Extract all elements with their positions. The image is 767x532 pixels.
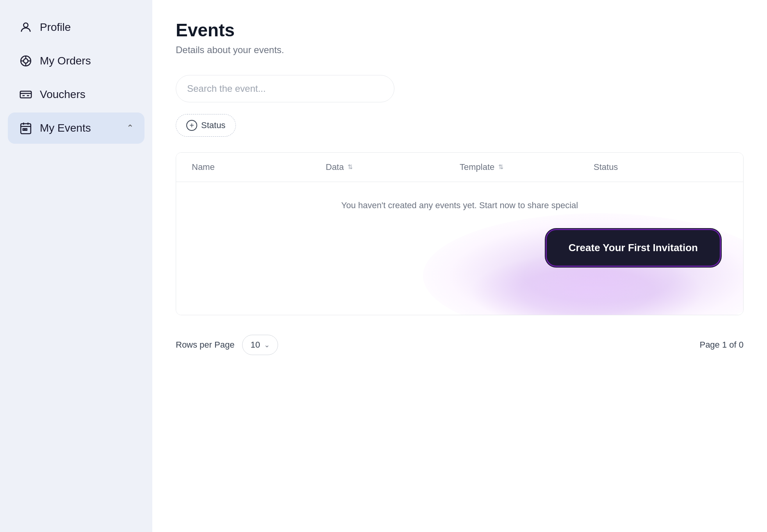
table-header: Name Data ⇅ Template ⇅ Status	[176, 153, 743, 182]
chevron-down-icon: ⌄	[264, 341, 270, 349]
svg-rect-16	[25, 129, 27, 130]
column-name: Name	[192, 162, 326, 172]
sidebar-vouchers-label: Vouchers	[40, 88, 134, 101]
svg-rect-15	[23, 129, 25, 130]
sort-data-icon: ⇅	[348, 164, 353, 170]
filter-container: + Status	[176, 114, 744, 137]
page-title: Events	[176, 20, 744, 41]
events-icon	[19, 121, 33, 135]
page-subtitle: Details about your events.	[176, 45, 744, 55]
page-info: Page 1 of 0	[699, 340, 744, 350]
sidebar-orders-label: My Orders	[40, 55, 134, 67]
sidebar: Profile My Orders Vouchers	[0, 0, 152, 532]
sidebar-profile-label: Profile	[40, 21, 134, 34]
search-container	[176, 75, 744, 102]
chevron-up-icon: ⌃	[127, 123, 134, 133]
create-invitation-button[interactable]: Create Your First Invitation	[547, 230, 720, 266]
sidebar-item-events[interactable]: My Events ⌃	[8, 112, 144, 144]
sidebar-events-label: My Events	[40, 122, 120, 134]
rows-per-page-select[interactable]: 10 ⌄	[242, 335, 278, 355]
sidebar-item-vouchers[interactable]: Vouchers	[8, 79, 144, 110]
sidebar-item-orders[interactable]: My Orders	[8, 45, 144, 77]
search-input[interactable]	[176, 75, 394, 102]
profile-icon	[19, 20, 33, 34]
column-status: Status	[594, 162, 728, 172]
vouchers-icon	[19, 87, 33, 102]
svg-rect-7	[20, 91, 31, 98]
svg-point-2	[23, 59, 28, 63]
table-body: You haven't created any events yet. Star…	[176, 182, 743, 315]
svg-point-0	[23, 23, 28, 27]
rows-per-page-value: 10	[250, 340, 260, 350]
events-table: Name Data ⇅ Template ⇅ Status You haven'…	[176, 152, 744, 315]
status-filter-label: Status	[201, 120, 225, 130]
sidebar-item-profile[interactable]: Profile	[8, 12, 144, 43]
column-data[interactable]: Data ⇅	[326, 162, 460, 172]
orders-icon	[19, 54, 33, 68]
main-content: Events Details about your events. + Stat…	[152, 0, 767, 532]
status-filter-button[interactable]: + Status	[176, 114, 236, 137]
plus-icon: +	[186, 120, 197, 131]
empty-state-message: You haven't created any events yet. Star…	[326, 200, 594, 211]
rows-per-page-label: Rows per Page	[176, 340, 234, 350]
column-template[interactable]: Template ⇅	[460, 162, 594, 172]
sort-template-icon: ⇅	[498, 164, 503, 170]
pagination: Rows per Page 10 ⌄ Page 1 of 0	[176, 331, 744, 359]
